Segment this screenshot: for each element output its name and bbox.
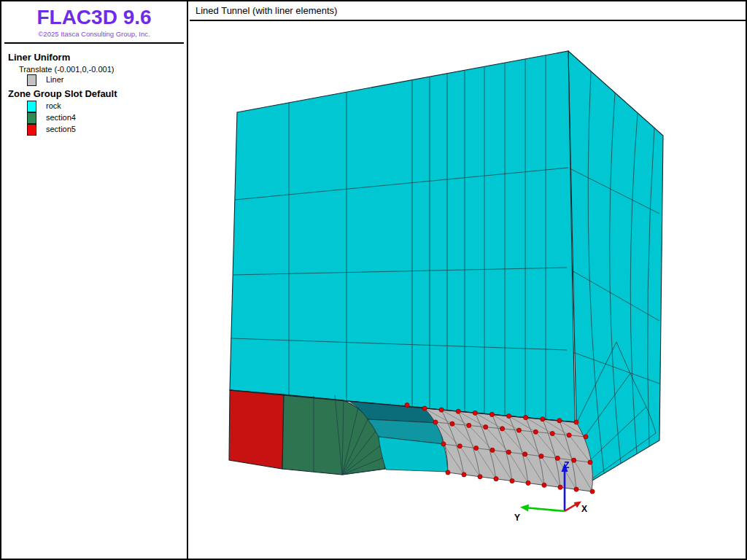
block-right-face (568, 51, 663, 481)
y-axis-label: Y (514, 513, 520, 523)
z-axis-label: Z (564, 460, 569, 470)
viewport-3d[interactable]: Z Y X (1, 1, 747, 560)
y-axis-arrow (520, 505, 529, 512)
block-front-face (230, 51, 575, 422)
section5-face (229, 390, 284, 469)
x-axis-label: X (581, 504, 587, 514)
flac3d-window: FLAC3D 9.6 ©2025 Itasca Consulting Group… (0, 0, 747, 560)
